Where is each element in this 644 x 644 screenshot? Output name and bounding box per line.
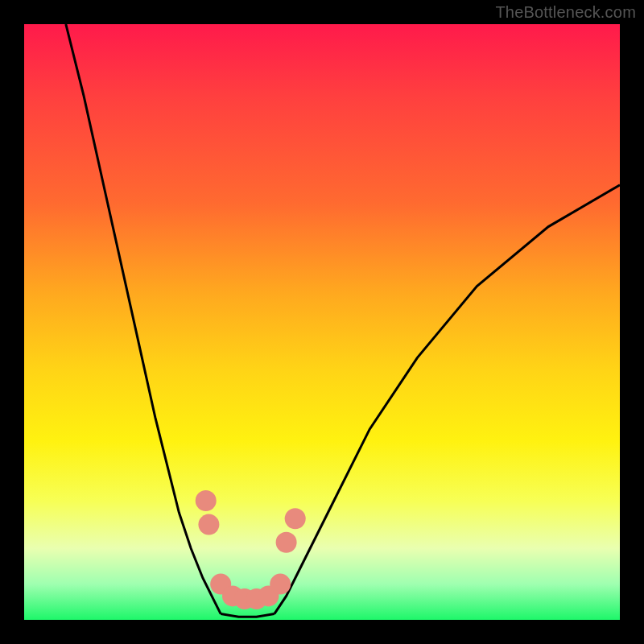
left-curve-path <box>66 24 221 614</box>
watermark-text: TheBottleneck.com <box>495 3 636 22</box>
marker-dot <box>276 532 297 553</box>
marker-dot <box>270 574 291 595</box>
marker-dot <box>285 508 306 529</box>
valley-base-path <box>221 614 275 617</box>
outer-frame: TheBottleneck.com <box>0 0 644 644</box>
marker-dot <box>198 514 219 535</box>
plot-area <box>24 24 620 620</box>
curve-group <box>66 24 620 617</box>
marker-dot <box>196 490 217 511</box>
chart-svg <box>24 24 620 620</box>
right-curve-path <box>275 185 620 614</box>
